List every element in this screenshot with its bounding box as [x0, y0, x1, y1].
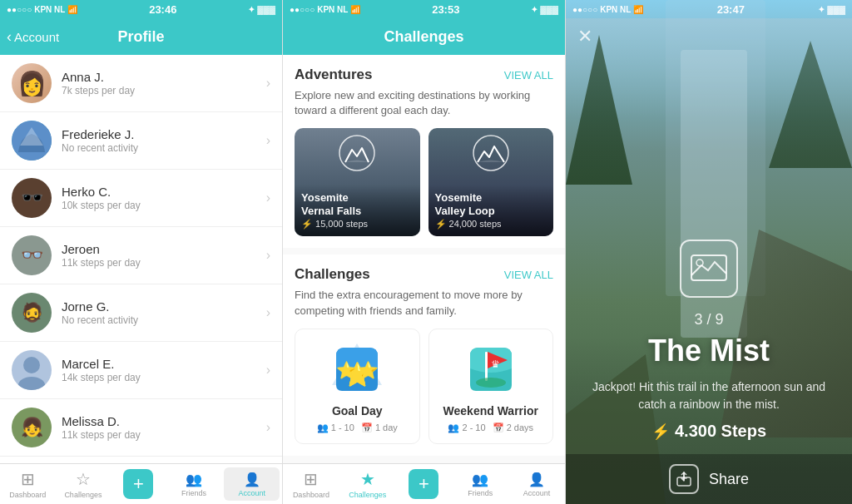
- plus-icon-2: +: [409, 469, 438, 499]
- profile-name: Anna J.: [62, 70, 266, 84]
- profile-name: Melissa D.: [62, 414, 266, 428]
- challenges-view-all[interactable]: VIEW ALL: [504, 269, 553, 281]
- close-button[interactable]: ✕: [577, 26, 592, 47]
- tab-challenges-2[interactable]: ★ Challenges: [339, 464, 396, 504]
- card-steps: ⚡ 15,000 steps: [301, 219, 414, 230]
- upload-share-icon: [676, 471, 692, 487]
- adventure-card-valley[interactable]: YosemiteValley Loop ⚡ 24,000 steps: [428, 128, 554, 236]
- adventure-cards: YosemiteVernal Falls ⚡ 15,000 steps: [295, 128, 553, 236]
- svg-point-13: [476, 378, 506, 388]
- tab-dashboard-2[interactable]: ⊞ Dashboard: [283, 464, 339, 504]
- avatar: 🧔: [12, 293, 52, 333]
- tab-label: Challenges: [64, 491, 102, 499]
- friends-icon-2: 👥: [472, 472, 488, 487]
- challenges-section: Challenges VIEW ALL Find the extra encou…: [283, 254, 565, 455]
- challenge-cards: ⭐ ⭐ ⭐ Goal Day 👥 1 - 10 📅 1 day: [295, 329, 553, 444]
- tab-plus-2[interactable]: +: [396, 464, 453, 504]
- adventures-view-all[interactable]: VIEW ALL: [504, 69, 553, 82]
- trail-content: ●●○○○ KPN NL 📶 23:47 ✦ ▓▓▓ ✕: [566, 0, 852, 504]
- adventures-title: Adventures: [295, 67, 373, 83]
- list-item[interactable]: 👧 Melissa D. 11k steps per day ›: [0, 399, 282, 457]
- adventure-card-vernal[interactable]: YosemiteVernal Falls ⚡ 15,000 steps: [295, 128, 420, 236]
- list-item[interactable]: 👓 Jeroen 11k steps per day ›: [0, 227, 282, 284]
- tab-account-2[interactable]: 👤 Account: [508, 464, 565, 504]
- adventures-section: Adventures VIEW ALL Explore new and exci…: [283, 55, 565, 248]
- players-meta: 👥 1 - 10: [317, 422, 354, 433]
- wifi-icon-3: 📶: [633, 5, 643, 14]
- dashboard-icon: ⊞: [21, 469, 35, 489]
- list-item[interactable]: 🕶️ Herko C. 10k steps per day ›: [0, 170, 282, 227]
- profile-name: Frederieke J.: [62, 127, 266, 141]
- tab-label: Account: [238, 489, 265, 497]
- trail-icon-wrapper: [582, 240, 835, 298]
- profile-name: Jorne G.: [62, 299, 266, 314]
- battery-icon-2: ▓▓▓: [540, 5, 558, 14]
- tab-label: Dashboard: [293, 491, 329, 499]
- profile-sub: 11k steps per day: [62, 257, 266, 269]
- avatar: [12, 121, 52, 161]
- profile-list: 👩 Anna J. 7k steps per day › Frederieke …: [0, 55, 282, 463]
- time-1: 23:46: [149, 3, 176, 16]
- mountain-circle-icon-2: [473, 135, 509, 171]
- wifi-icon-1: 📶: [67, 5, 77, 14]
- avatar: 🕶️: [12, 178, 52, 218]
- trail-description: Jackpot! Hit this trail in the afternoon…: [582, 378, 835, 413]
- svg-text:♛: ♛: [490, 358, 499, 370]
- chevron-right-icon: ›: [266, 420, 270, 435]
- share-label[interactable]: Share: [709, 471, 749, 488]
- tab-dashboard-1[interactable]: ⊞ Dashboard: [0, 464, 56, 504]
- chevron-right-icon: ›: [266, 76, 270, 91]
- challenge-name-warrior: Weekend Warrior: [443, 404, 538, 418]
- back-label[interactable]: Account: [14, 30, 59, 44]
- tab-challenges-1[interactable]: ☆ Challenges: [56, 464, 111, 504]
- tab-label: Friends: [181, 489, 206, 497]
- challenge-card-goal[interactable]: ⭐ ⭐ ⭐ Goal Day 👥 1 - 10 📅 1 day: [295, 329, 420, 444]
- challenge-card-warrior[interactable]: ♛ Weekend Warrior 👥 2 - 10 📅 2 days: [428, 329, 554, 444]
- trail-main-content: 3 / 9 The Mist Jackpot! Hit this trail i…: [566, 55, 852, 441]
- list-item[interactable]: 🧔 Jorne G. No recent activity ›: [0, 284, 282, 342]
- wifi-icon-2: 📶: [350, 5, 360, 14]
- back-button[interactable]: ‹ Account: [7, 28, 59, 46]
- duration-meta: 📅 1 day: [361, 422, 398, 433]
- share-bar[interactable]: Share: [566, 454, 852, 504]
- account-icon-2: 👤: [528, 472, 545, 487]
- challenge-meta-goal: 👥 1 - 10 📅 1 day: [317, 422, 398, 433]
- tab-bar-2: ⊞ Dashboard ★ Challenges + 👥 Friends 👤 A…: [283, 463, 565, 504]
- back-chevron-icon: ‹: [7, 28, 12, 46]
- chevron-right-icon: ›: [266, 133, 270, 148]
- profile-sub: 10k steps per day: [62, 200, 266, 211]
- list-item[interactable]: Marcel E. 14k steps per day ›: [0, 342, 282, 399]
- avatar: 👩: [12, 63, 52, 103]
- profile-name: Herko C.: [62, 185, 266, 199]
- nav-title-2: Challenges: [384, 28, 463, 46]
- list-item[interactable]: Frederieke J. No recent activity ›: [0, 112, 282, 170]
- profile-sub: No recent activity: [62, 314, 266, 326]
- tab-account-1[interactable]: 👤 Account: [224, 467, 280, 501]
- profile-sub: No recent activity: [62, 142, 266, 154]
- trail-title: The Mist: [582, 334, 835, 368]
- battery-icon-1: ▓▓▓: [257, 5, 275, 14]
- tab-friends-1[interactable]: 👥 Friends: [166, 464, 222, 504]
- status-bar-3: ●●○○○ KPN NL 📶 23:47 ✦ ▓▓▓: [566, 0, 852, 18]
- challenges-header: Challenges VIEW ALL: [295, 266, 553, 283]
- challenges-icon-2: ★: [360, 469, 375, 489]
- tab-label: Account: [523, 489, 551, 497]
- nav-bar-1: ‹ Account Profile: [0, 18, 282, 55]
- adventures-header: Adventures VIEW ALL: [295, 67, 553, 83]
- carrier-3: KPN NL: [600, 5, 631, 14]
- trail-steps: ⚡ 4.300 Steps: [582, 422, 835, 441]
- tab-plus-1[interactable]: +: [111, 464, 166, 504]
- photo-landscape-icon: [690, 252, 728, 285]
- steps-value: 4.300 Steps: [675, 422, 766, 441]
- list-item[interactable]: 👩 Anna J. 7k steps per day ›: [0, 55, 282, 112]
- status-right-1: ✦ ▓▓▓: [248, 5, 275, 14]
- duration-meta-2: 📅 2 days: [493, 422, 533, 433]
- profile-sub: 14k steps per day: [62, 372, 266, 383]
- time-3: 23:47: [717, 3, 745, 16]
- trail-photo-icon: [680, 240, 738, 298]
- chevron-right-icon: ›: [266, 363, 270, 378]
- adventures-desc: Explore new and exciting destinations by…: [295, 88, 553, 118]
- goal-day-badge: ⭐ ⭐ ⭐: [328, 339, 386, 398]
- tab-friends-2[interactable]: 👥 Friends: [452, 464, 508, 504]
- adventure-card-info: YosemiteVernal Falls ⚡ 15,000 steps: [295, 185, 420, 236]
